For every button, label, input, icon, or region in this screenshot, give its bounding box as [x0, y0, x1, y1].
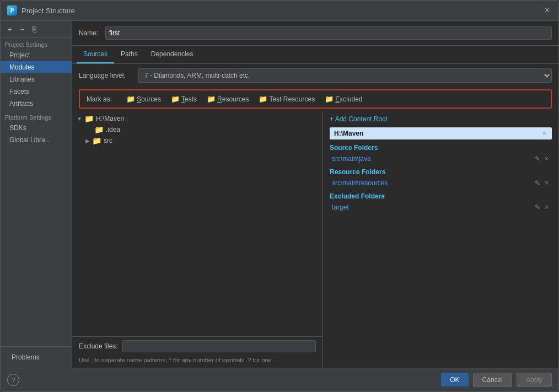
root-close-button[interactable]: ×	[541, 130, 547, 137]
excluded-folder-actions: ✎ ×	[534, 203, 550, 211]
close-button[interactable]: ×	[542, 5, 552, 16]
src-label: src	[104, 137, 112, 144]
maven-path-label: H:\Maven	[96, 115, 124, 122]
hint-text: Use ; to separate name patterns, * for a…	[72, 356, 322, 368]
tab-paths[interactable]: Paths	[114, 46, 144, 63]
detail-panel: Name: Sources Paths Dependencies	[72, 21, 558, 368]
help-button[interactable]: ?	[7, 374, 19, 386]
mark-test-resources-button[interactable]: 📁 Test Resources	[255, 94, 318, 104]
project-structure-dialog: P Project Structure × + − ⎘ Project Sett…	[0, 0, 559, 392]
source-folders-header: Source Folders	[330, 144, 552, 152]
exclude-input[interactable]	[122, 340, 316, 352]
mark-as-label: Mark as:	[87, 95, 120, 103]
source-folder-remove[interactable]: ×	[544, 155, 550, 163]
excluded-folder-remove[interactable]: ×	[544, 203, 550, 211]
sidebar: + − ⎘ Project SettingsProjectModulesLibr…	[1, 21, 72, 368]
resource-folder-actions: ✎ ×	[534, 179, 550, 187]
sidebar-item-globallibra[interactable]: Global Libra...	[1, 134, 72, 146]
sidebar-item-modules[interactable]: Modules	[1, 61, 72, 73]
lang-level-row: Language level: 7 - Diamonds, ARM, multi…	[72, 64, 558, 87]
maven-folder-icon: 📁	[84, 114, 94, 123]
cancel-button[interactable]: Cancel	[473, 373, 512, 387]
tab-sources[interactable]: Sources	[77, 46, 114, 63]
collapse-arrow: ▼	[77, 116, 82, 122]
remove-button[interactable]: −	[17, 23, 27, 35]
resources-folder-icon: 📁	[207, 95, 216, 103]
apply-button[interactable]: Apply	[517, 373, 552, 387]
idea-label: .idea	[106, 126, 120, 133]
file-tree-section: ▼ 📁 H:\Maven 📁 .idea	[72, 111, 323, 368]
sidebar-toolbar: + − ⎘	[1, 21, 72, 38]
title-bar-left: P Project Structure	[7, 6, 75, 15]
lang-level-select[interactable]: 7 - Diamonds, ARM, multi-catch etc.	[138, 68, 552, 83]
sources-folder-icon: 📁	[126, 95, 135, 103]
mark-as-row: Mark as: 📁 Sources 📁 Tests 📁 Resource	[79, 89, 552, 109]
problems-section: Problems	[1, 346, 72, 368]
split-content: ▼ 📁 H:\Maven 📁 .idea	[72, 111, 558, 368]
file-tree-item-maven[interactable]: ▼ 📁 H:\Maven	[72, 113, 322, 124]
idea-folder-icon: 📁	[94, 125, 104, 134]
mark-excluded-label: Excluded	[335, 95, 362, 103]
src-arrow: ▶	[85, 138, 90, 144]
sidebar-item-sdks[interactable]: SDKs	[1, 122, 72, 134]
test-resources-folder-icon: 📁	[259, 95, 267, 103]
excluded-folders-header: Excluded Folders	[330, 192, 552, 200]
mark-test-resources-label: Test Resources	[269, 95, 315, 103]
title-bar: P Project Structure ×	[1, 1, 558, 21]
tab-dependencies[interactable]: Dependencies	[144, 46, 200, 63]
ok-button[interactable]: OK	[441, 373, 468, 386]
content-root-item: H:\Maven ×	[330, 127, 552, 139]
sidebar-item-artifacts[interactable]: Artifacts	[1, 98, 72, 110]
resource-folders-header: Resource Folders	[330, 168, 552, 176]
file-tree: ▼ 📁 H:\Maven 📁 .idea	[72, 111, 322, 336]
tabs-row: Sources Paths Dependencies	[72, 46, 558, 64]
main-content: + − ⎘ Project SettingsProjectModulesLibr…	[1, 21, 558, 368]
tests-folder-icon: 📁	[171, 95, 180, 103]
lang-level-label: Language level:	[79, 72, 134, 79]
source-folder-actions: ✎ ×	[534, 155, 550, 163]
excluded-folder-entry: target ✎ ×	[330, 202, 552, 212]
add-button[interactable]: +	[5, 23, 15, 35]
file-tree-item-src[interactable]: ▶ 📁 src	[72, 135, 322, 146]
content-root-header: + Add Content Root	[330, 115, 552, 123]
exclude-label: Exclude files:	[79, 342, 118, 350]
bottom-left: ?	[7, 374, 19, 386]
resource-folder-entry: src\main\resources ✎ ×	[330, 178, 552, 188]
name-label: Name:	[79, 29, 101, 37]
bottom-bar: ? OK Cancel Apply	[1, 368, 558, 391]
excluded-folder-edit[interactable]: ✎	[534, 203, 541, 211]
resource-folder-edit[interactable]: ✎	[534, 179, 541, 187]
dialog-title: Project Structure	[22, 7, 75, 15]
source-folder-entry: src\main\java ✎ ×	[330, 154, 552, 164]
sidebar-item-problems[interactable]: Problems	[5, 351, 67, 363]
mark-tests-button[interactable]: 📁 Tests	[168, 94, 200, 104]
mark-resources-label: Resources	[217, 95, 249, 103]
name-row: Name:	[72, 21, 558, 46]
root-path-text: H:\Maven	[334, 130, 363, 137]
resource-folder-path: src\main\resources	[332, 179, 388, 187]
source-folder-path: src\main\java	[332, 155, 371, 163]
copy-button[interactable]: ⎘	[29, 23, 39, 35]
exclude-row: Exclude files:	[72, 336, 322, 356]
add-content-root-link[interactable]: + Add Content Root	[330, 115, 388, 123]
problems-label: Problems	[12, 353, 40, 361]
sources-content: Language level: 7 - Diamonds, ARM, multi…	[72, 64, 558, 368]
sidebar-item-project[interactable]: Project	[1, 49, 72, 61]
mark-sources-button[interactable]: 📁 Sources	[123, 94, 164, 104]
mark-tests-label: Tests	[181, 95, 197, 103]
src-folder-icon: 📁	[92, 136, 101, 145]
bottom-right: OK Cancel Apply	[441, 373, 552, 387]
excluded-folder-icon: 📁	[325, 95, 334, 103]
file-tree-item-idea[interactable]: 📁 .idea	[72, 124, 322, 135]
app-icon: P	[7, 6, 17, 15]
sidebar-item-libraries[interactable]: Libraries	[1, 73, 72, 85]
name-input[interactable]	[105, 26, 552, 40]
sidebar-item-facets[interactable]: Facets	[1, 85, 72, 98]
mark-sources-label: Sources	[137, 95, 161, 103]
mark-resources-button[interactable]: 📁 Resources	[203, 94, 252, 104]
excluded-folder-path: target	[332, 203, 349, 211]
mark-excluded-button[interactable]: 📁 Excluded	[321, 94, 366, 104]
source-folder-edit[interactable]: ✎	[534, 155, 541, 163]
right-info-panel: + Add Content Root H:\Maven × Source Fol…	[323, 111, 558, 368]
resource-folder-remove[interactable]: ×	[544, 179, 550, 187]
